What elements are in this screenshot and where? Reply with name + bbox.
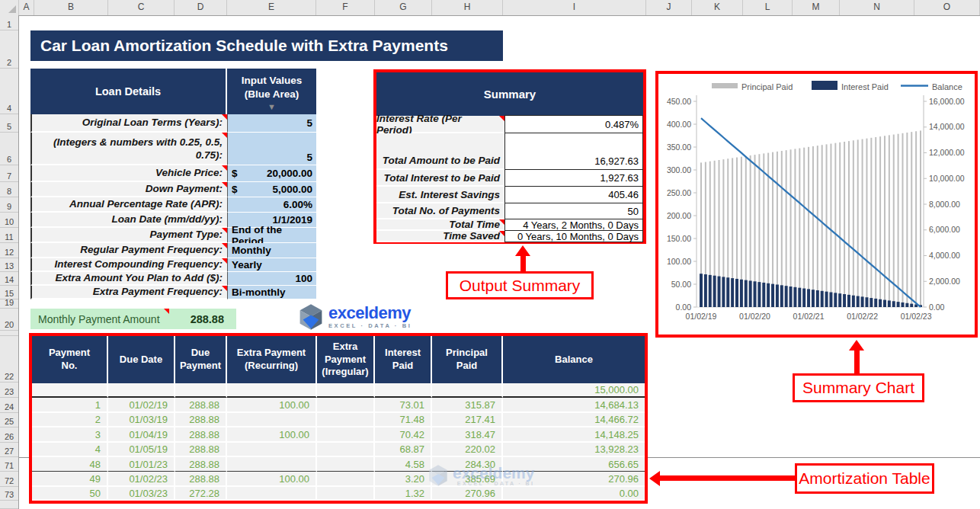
table-cell[interactable]: [227, 413, 317, 427]
row-header-22[interactable]: 22: [0, 336, 18, 383]
column-header-strip[interactable]: ABCDEFGHIJKLMNO: [0, 0, 980, 16]
table-cell[interactable]: 01/03/23: [108, 487, 175, 501]
amortization-table-callout[interactable]: Amortization Table: [795, 463, 934, 494]
table-cell[interactable]: 288.88: [175, 457, 227, 472]
comment-indicator[interactable]: [164, 309, 169, 314]
table-cell[interactable]: [32, 383, 108, 398]
table-cell[interactable]: 217.41: [432, 413, 503, 427]
summary-chart-arrow[interactable]: [854, 350, 860, 373]
summary-row-value[interactable]: 1,927.63: [504, 169, 643, 187]
summary-row-value[interactable]: 0 Years, 10 Months, 0 Days: [504, 230, 643, 242]
table-cell[interactable]: 288.88: [175, 443, 227, 457]
table-cell[interactable]: 01/02/19: [108, 398, 175, 413]
table-cell[interactable]: 49: [32, 472, 108, 487]
amortization-column-header[interactable]: Extra Payment (Recurring): [227, 336, 317, 383]
table-cell[interactable]: 01/04/19: [108, 427, 175, 443]
table-cell[interactable]: 01/05/19: [108, 443, 175, 457]
table-cell[interactable]: 15,000.00: [503, 383, 645, 398]
loan-row-label[interactable]: (Integers & numbers with 0.25, 0.5, 0.75…: [30, 133, 227, 165]
column-header-G[interactable]: G: [375, 0, 432, 15]
column-header-I[interactable]: I: [503, 0, 646, 15]
amortization-column-header[interactable]: Principal Paid: [432, 336, 503, 383]
table-cell[interactable]: 315.87: [432, 398, 503, 413]
column-header-N[interactable]: N: [840, 0, 914, 15]
table-cell[interactable]: [108, 383, 175, 398]
table-cell[interactable]: 272.28: [175, 487, 227, 501]
table-cell[interactable]: 4: [32, 443, 108, 457]
table-cell[interactable]: [227, 487, 317, 501]
summary-row-value[interactable]: 405.46: [504, 186, 643, 203]
column-header-D[interactable]: D: [175, 0, 227, 15]
loan-row-label[interactable]: Extra Amount You Plan to Add ($):: [30, 272, 227, 286]
row-header-blank[interactable]: [0, 501, 18, 509]
table-cell[interactable]: [317, 413, 375, 427]
comment-indicator[interactable]: [499, 219, 504, 225]
column-header-B[interactable]: B: [34, 0, 108, 15]
row-header-8[interactable]: 8: [0, 182, 18, 197]
row-header-1[interactable]: 1: [0, 15, 18, 30]
loan-row-value[interactable]: 5: [227, 133, 316, 165]
summary-row-value[interactable]: 16,927.63: [504, 133, 643, 170]
row-header-25[interactable]: 25: [0, 413, 18, 427]
loan-row-value[interactable]: Bi-monthly: [227, 286, 316, 299]
loan-row-label[interactable]: Payment Type:: [30, 228, 227, 243]
row-header-10[interactable]: 10: [0, 213, 18, 228]
loan-row-label[interactable]: Annual Percentage Rate (APR):: [30, 197, 227, 213]
sheet-title[interactable]: Car Loan Amortization Schedule with Extr…: [30, 30, 503, 61]
table-cell[interactable]: 14,148.25: [503, 427, 645, 443]
amortization-column-header[interactable]: Due Date: [108, 336, 175, 383]
row-header-24[interactable]: 24: [0, 398, 18, 413]
loan-row-value[interactable]: End of the Period: [227, 228, 316, 243]
row-header-12[interactable]: 12: [0, 243, 18, 258]
table-cell[interactable]: 1.32: [375, 487, 432, 501]
row-header-14[interactable]: 14: [0, 272, 18, 286]
loan-details-header[interactable]: Loan Details: [30, 69, 226, 114]
amortization-table-panel[interactable]: Payment No.Due DateDue PaymentExtra Paym…: [29, 333, 648, 504]
summary-row-label[interactable]: Total No. of Payments: [376, 203, 504, 219]
table-cell[interactable]: 288.88: [175, 472, 227, 487]
row-header-11[interactable]: 11: [0, 228, 18, 243]
table-cell[interactable]: 100.00: [227, 398, 317, 413]
amortization-column-header[interactable]: Balance: [503, 336, 645, 383]
column-header-A[interactable]: A: [19, 0, 34, 15]
loan-row-label[interactable]: Original Loan Terms (Years):: [30, 114, 227, 133]
column-header-M[interactable]: M: [793, 0, 840, 15]
table-cell[interactable]: 01/03/19: [108, 413, 175, 427]
loan-row-value[interactable]: 100: [227, 272, 316, 286]
summary-row-label[interactable]: Est. Interest Savings: [376, 187, 504, 203]
loan-row-label[interactable]: Down Payment:: [30, 182, 227, 197]
row-header-71[interactable]: 71: [0, 457, 18, 472]
table-cell[interactable]: 270.96: [432, 487, 503, 501]
table-cell[interactable]: 14,684.13: [503, 398, 645, 413]
loan-row-value[interactable]: $5,000.00: [227, 182, 316, 197]
row-header-73[interactable]: 73: [0, 487, 18, 501]
amortization-column-header[interactable]: Interest Paid: [375, 336, 432, 383]
table-cell[interactable]: 73.01: [375, 398, 432, 413]
summary-panel[interactable]: Summary Interest Rate (Per Period)0.487%…: [373, 69, 646, 244]
column-header-L[interactable]: L: [743, 0, 793, 15]
table-cell[interactable]: [317, 398, 375, 413]
row-header-blank[interactable]: [0, 331, 18, 336]
row-header-20[interactable]: 20: [0, 309, 18, 331]
table-cell[interactable]: 4.58: [375, 457, 432, 472]
table-cell[interactable]: 14,466.72: [503, 413, 645, 427]
summary-row-label[interactable]: Interest Rate (Per Period): [376, 116, 504, 133]
table-cell[interactable]: [227, 383, 317, 398]
table-cell[interactable]: [317, 487, 375, 501]
column-header-J[interactable]: J: [646, 0, 692, 15]
table-cell[interactable]: 3.20: [375, 472, 432, 487]
row-header-4[interactable]: 4: [0, 69, 18, 114]
table-cell[interactable]: 288.88: [175, 413, 227, 427]
table-cell[interactable]: 48: [32, 457, 108, 472]
comment-indicator[interactable]: [222, 258, 227, 264]
table-cell[interactable]: 100.00: [227, 472, 317, 487]
table-cell[interactable]: [317, 472, 375, 487]
loan-row-label[interactable]: Vehicle Price:: [30, 165, 227, 182]
loan-row-value[interactable]: Monthly: [227, 243, 316, 258]
table-cell[interactable]: [317, 427, 375, 443]
table-cell[interactable]: 100.00: [227, 427, 317, 443]
summary-chart-panel[interactable]: 0.0050.00100.00150.00200.00250.00300.003…: [655, 71, 978, 338]
table-cell[interactable]: 0.00: [503, 487, 645, 501]
table-cell[interactable]: 68.87: [375, 443, 432, 457]
table-cell[interactable]: [432, 383, 503, 398]
